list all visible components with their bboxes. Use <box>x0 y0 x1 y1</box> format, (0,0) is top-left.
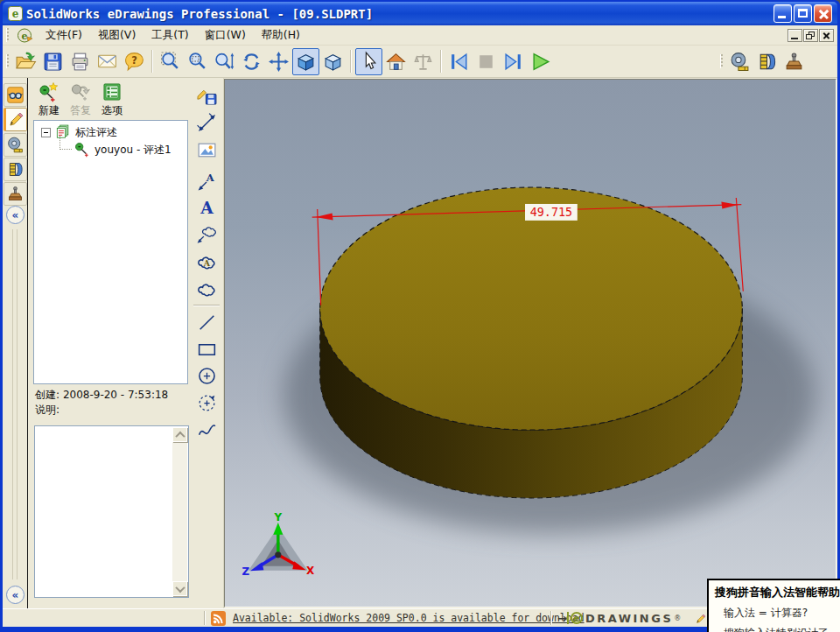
mdi-minimize-button[interactable] <box>788 29 802 42</box>
print-button[interactable] <box>66 48 94 75</box>
sogou-help-popup: 搜狗拼音输入法智能帮助 输入法 = 计算器? 搜狗输入法特别设计了 <box>707 579 840 632</box>
tree-item-comment[interactable]: youyou - 评述1 <box>34 141 187 158</box>
comment-meta: 创建: 2008-9-20 - 7:53:18 说明: <box>35 388 168 418</box>
tools-separator <box>193 305 220 306</box>
menubar-grip[interactable] <box>6 28 9 42</box>
collapse-panel-button-bottom[interactable]: « <box>6 586 24 604</box>
line-icon <box>196 312 218 334</box>
cloud-with-leader-button[interactable] <box>194 221 220 246</box>
cloud-with-text-button[interactable] <box>194 249 220 274</box>
tab-stamp[interactable] <box>4 182 27 206</box>
viewport-3d[interactable]: 49.715 Y X Z <box>224 79 836 607</box>
arc-tool-button[interactable] <box>194 390 220 415</box>
menu-window[interactable]: 窗口(W) <box>197 25 254 46</box>
orientation-triad: Y X Z <box>242 511 315 578</box>
cursor-icon <box>358 51 380 73</box>
tree-expander[interactable] <box>41 128 51 137</box>
cloud-button[interactable] <box>194 277 220 301</box>
comment-description-input[interactable] <box>34 425 189 598</box>
scroll-up-button[interactable] <box>172 427 187 442</box>
send-email-button[interactable] <box>94 48 121 75</box>
minimize-button[interactable] <box>774 4 792 23</box>
tree-item-label: youyou - 评述1 <box>94 143 172 158</box>
cloud-text-icon <box>196 251 218 273</box>
update-link[interactable]: Available: SolidWorks 2009 SP0.0 is avai… <box>233 612 584 624</box>
menu-help[interactable]: 帮助(H) <box>254 25 308 46</box>
menu-bar: 文件(F) 视图(V) 工具(T) 窗口(W) 帮助(H) <box>3 25 837 46</box>
line-tool-button[interactable] <box>194 310 220 334</box>
toolbar-grip[interactable] <box>6 54 9 68</box>
tab-cross-section[interactable] <box>4 158 27 181</box>
next-view-button[interactable] <box>500 48 527 75</box>
measure-button[interactable] <box>726 48 753 75</box>
logo-arrow-icon: → <box>557 612 566 625</box>
rotate-icon <box>241 51 262 73</box>
mdi-close-button[interactable] <box>819 29 834 42</box>
stop-icon <box>475 51 497 73</box>
play-button[interactable] <box>527 48 554 75</box>
zoom-icon <box>214 51 235 73</box>
save-markup-button[interactable] <box>194 82 220 107</box>
dimension-tool-button[interactable] <box>194 110 220 135</box>
shaded-with-edges-button[interactable] <box>319 48 346 75</box>
menu-view[interactable]: 视图(V) <box>90 25 144 46</box>
tree-item-root[interactable]: 标注评述 <box>34 123 187 141</box>
text-with-leader-button[interactable] <box>194 169 220 193</box>
tab-measure[interactable] <box>4 133 27 157</box>
new-comment-button[interactable]: 新建 <box>36 81 62 118</box>
markup-panel: 新建 答复 选项 标注评述 <box>29 78 190 608</box>
pencil-icon <box>7 110 25 129</box>
zoom-area-button[interactable] <box>184 48 211 75</box>
stamp-button[interactable] <box>780 48 808 75</box>
description-scrollbar[interactable] <box>172 427 187 596</box>
text-button[interactable] <box>194 195 220 220</box>
shaded-edges-cube-icon <box>322 51 344 73</box>
save-button[interactable] <box>39 48 66 75</box>
home-button[interactable] <box>382 48 410 75</box>
toolbar-grip[interactable] <box>720 54 723 68</box>
sidebar-tabstrip: « « <box>3 78 28 608</box>
rss-icon[interactable] <box>211 611 226 626</box>
main-area: « « 新建 答复 选项 <box>3 78 837 608</box>
menu-tools[interactable]: 工具(T) <box>144 25 196 46</box>
reply-comment-button: 答复 <box>67 81 94 118</box>
select-button[interactable] <box>355 48 382 75</box>
mdi-restore-button[interactable] <box>803 29 818 42</box>
tab-markup[interactable] <box>4 108 27 131</box>
model-disc[interactable] <box>320 187 743 498</box>
rectangle-tool-button[interactable] <box>194 337 220 362</box>
rotate-button[interactable] <box>238 48 265 75</box>
spline-tool-button[interactable] <box>194 418 220 442</box>
menu-file[interactable]: 文件(F) <box>38 25 90 46</box>
maximize-button[interactable] <box>794 4 812 23</box>
home-icon <box>385 51 407 73</box>
measure-icon <box>729 51 751 73</box>
popup-line-2: 搜狗输入法特别设计了 <box>724 626 840 632</box>
minimize-icon <box>778 16 786 18</box>
shaded-button[interactable] <box>292 48 319 75</box>
app-window: SolidWorks eDrawings Professional - [09.… <box>0 0 840 632</box>
insert-image-button[interactable] <box>194 137 220 162</box>
tab-overview[interactable] <box>4 83 27 107</box>
zoom-to-fit-button[interactable] <box>157 48 184 75</box>
pan-button[interactable] <box>265 48 292 75</box>
help-button[interactable] <box>121 48 148 75</box>
created-label: 创建: <box>35 389 60 401</box>
options-button[interactable]: 选项 <box>99 81 125 118</box>
scene-svg: 49.715 Y X Z <box>225 80 836 607</box>
popup-title: 搜狗拼音输入法智能帮助 <box>715 585 840 600</box>
spline-icon <box>196 419 218 441</box>
close-button[interactable] <box>814 4 832 23</box>
comments-tree: 标注评述 youyou - 评述1 <box>33 120 188 384</box>
y-axis-arrow <box>273 523 283 535</box>
dimension-arrow-right <box>721 201 738 208</box>
zoom-button[interactable] <box>211 48 238 75</box>
collapse-panel-button[interactable]: « <box>6 206 24 224</box>
cloud-icon <box>196 278 218 300</box>
cross-section-button[interactable] <box>753 48 780 75</box>
scroll-down-button[interactable] <box>172 581 187 596</box>
open-button[interactable] <box>12 48 39 75</box>
panel-resize-grip[interactable] <box>12 229 18 579</box>
previous-view-button[interactable] <box>445 48 472 75</box>
circle-tool-button[interactable] <box>194 363 220 388</box>
